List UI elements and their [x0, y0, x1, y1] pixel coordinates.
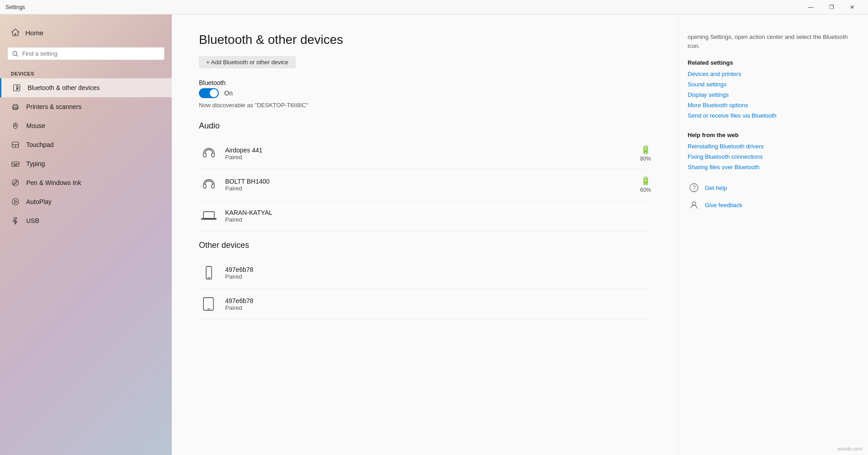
device-karan-name: KARAN-KATYAL: [225, 209, 651, 216]
other-devices-title: Other devices: [199, 241, 651, 250]
bluetooth-toggle-row: On: [199, 88, 651, 98]
titlebar-controls: — ❐ ✕: [800, 0, 863, 14]
search-box[interactable]: [7, 47, 165, 60]
sidebar-item-autoplay[interactable]: AutoPlay: [0, 192, 172, 211]
mouse-icon: [11, 121, 20, 130]
sidebar-item-label: Printers & scanners: [26, 103, 81, 110]
device-airdopes-name: Airdopes 441: [225, 147, 640, 154]
search-icon: [12, 51, 19, 57]
device-phone1-name: 497e6b78: [225, 266, 651, 273]
svg-point-5: [17, 107, 18, 108]
sidebar-item-label: Touchpad: [26, 141, 54, 148]
intro-text: opening Settings, open action center and…: [688, 33, 850, 50]
link-display-settings[interactable]: Display settings: [688, 91, 850, 98]
battery-pct: 80%: [640, 156, 651, 162]
search-input[interactable]: [22, 50, 160, 57]
get-help-label: Get help: [705, 185, 727, 191]
sidebar-item-touchpad[interactable]: Touchpad: [0, 135, 172, 154]
sidebar-item-label: Bluetooth & other devices: [28, 84, 100, 91]
main-content: Bluetooth & other devices + Add Bluetoot…: [172, 14, 678, 455]
tablet-icon: [199, 294, 219, 314]
sidebar-item-printers[interactable]: Printers & scanners: [0, 97, 172, 116]
add-device-button[interactable]: + Add Bluetooth or other device: [199, 56, 296, 68]
battery-pct-2: 60%: [640, 187, 651, 193]
device-item-tablet1[interactable]: 497e6b78 Paired: [199, 289, 651, 320]
device-item-phone1[interactable]: 497e6b78 Paired: [199, 257, 651, 289]
svg-rect-13: [13, 163, 14, 164]
svg-line-1: [17, 55, 19, 57]
get-help-item[interactable]: ? Get help: [688, 181, 850, 194]
titlebar-title: Settings: [5, 4, 25, 10]
watermark: wsxdn.com: [838, 446, 863, 451]
right-panel: opening Settings, open action center and…: [678, 14, 868, 455]
battery-icon-2: 🔋: [641, 176, 651, 186]
sidebar-section-devices: Devices: [0, 66, 172, 78]
sidebar-home-label: Home: [25, 29, 43, 37]
link-reinstalling[interactable]: Reinstalling Bluetooth drivers: [688, 143, 850, 150]
maximize-button[interactable]: ❐: [821, 0, 842, 14]
battery-icon: 🔋: [641, 145, 651, 155]
printer-icon: [11, 102, 20, 111]
device-boltt-status: Paired: [225, 185, 640, 192]
titlebar: Settings — ❐ ✕: [0, 0, 868, 14]
feedback-label: Give feedback: [705, 202, 742, 209]
device-item-karan[interactable]: KARAN-KATYAL Paired: [199, 200, 651, 232]
bluetooth-toggle[interactable]: [199, 88, 219, 98]
link-sound-settings[interactable]: Sound settings: [688, 81, 850, 88]
page-title: Bluetooth & other devices: [199, 33, 651, 47]
device-phone1-status: Paired: [225, 273, 651, 280]
sidebar-item-label: Typing: [26, 160, 45, 167]
headphones-icon-2: [199, 175, 219, 194]
bluetooth-icon: [12, 83, 21, 92]
touchpad-icon: [11, 140, 20, 149]
feedback-item[interactable]: Give feedback: [688, 199, 850, 211]
phone-icon: [199, 263, 219, 283]
typing-icon: [11, 159, 20, 168]
svg-rect-21: [14, 218, 17, 219]
sidebar-item-typing[interactable]: Typing: [0, 154, 172, 173]
device-item-airdopes[interactable]: Airdopes 441 Paired 🔋 80%: [199, 138, 651, 169]
related-settings-title: Related settings: [688, 59, 850, 66]
link-send-receive[interactable]: Send or receive files via Bluetooth: [688, 112, 850, 119]
svg-rect-23: [13, 220, 15, 222]
sidebar-item-home[interactable]: Home: [0, 24, 172, 42]
svg-rect-15: [16, 163, 17, 164]
svg-rect-24: [16, 221, 17, 222]
device-karan-status: Paired: [225, 216, 651, 223]
close-button[interactable]: ✕: [842, 0, 863, 14]
svg-text:?: ?: [693, 185, 696, 191]
audio-section-title: Audio: [199, 121, 651, 131]
get-help-icon: ?: [688, 181, 700, 194]
device-item-boltt[interactable]: BOLTT BH1400 Paired 🔋 60%: [199, 169, 651, 200]
link-sharing[interactable]: Sharing files over Bluetooth: [688, 164, 850, 171]
link-fixing[interactable]: Fixing Bluetooth connections: [688, 153, 850, 160]
device-phone1-info: 497e6b78 Paired: [225, 266, 651, 280]
sidebar: Home Devices Bluetooth & other devices: [0, 14, 172, 455]
svg-rect-16: [18, 163, 19, 164]
usb-icon: [11, 216, 20, 225]
discoverable-text: Now discoverable as "DESKTOP-T6II8IC": [199, 102, 651, 109]
sidebar-item-label: Pen & Windows Ink: [26, 179, 81, 186]
sidebar-item-mouse[interactable]: Mouse: [0, 116, 172, 135]
svg-rect-26: [203, 212, 214, 218]
sidebar-item-usb[interactable]: USB: [0, 211, 172, 230]
autoplay-icon: [11, 197, 20, 206]
device-airdopes-battery: 🔋 80%: [640, 145, 651, 162]
link-devices-printers[interactable]: Devices and printers: [688, 71, 850, 77]
link-more-bt-options[interactable]: More Bluetooth options: [688, 102, 850, 109]
svg-point-0: [13, 51, 17, 55]
device-boltt-name: BOLTT BH1400: [225, 178, 640, 185]
feedback-icon: [688, 199, 700, 211]
sidebar-item-bluetooth[interactable]: Bluetooth & other devices: [0, 78, 172, 97]
device-tablet1-name: 497e6b78: [225, 297, 651, 304]
svg-point-33: [692, 202, 696, 205]
svg-rect-27: [206, 266, 212, 279]
home-icon: [11, 28, 20, 37]
sidebar-item-pen[interactable]: Pen & Windows Ink: [0, 173, 172, 192]
svg-marker-20: [14, 200, 17, 203]
pen-icon: [11, 178, 20, 187]
app-body: Home Devices Bluetooth & other devices: [0, 14, 868, 455]
sidebar-item-label: AutoPlay: [26, 198, 52, 205]
minimize-button[interactable]: —: [800, 0, 821, 14]
laptop-icon: [199, 206, 219, 226]
